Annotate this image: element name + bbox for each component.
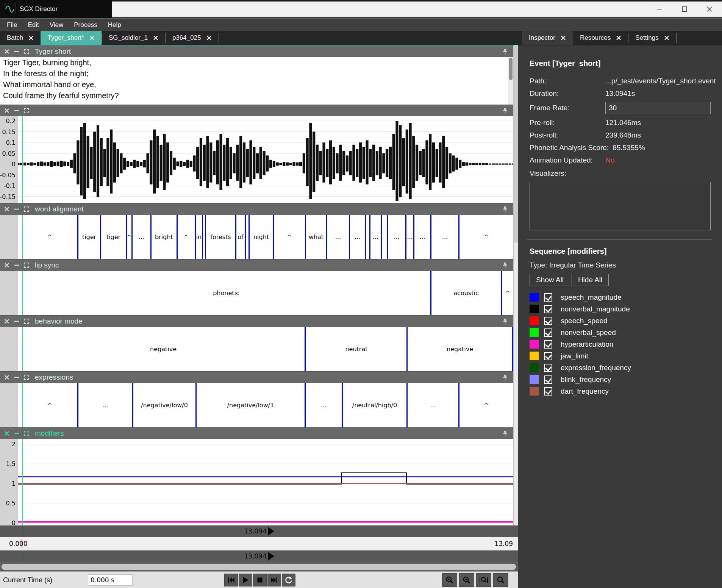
maximize-button[interactable] xyxy=(672,2,697,17)
segment[interactable]: ^ xyxy=(458,383,513,427)
slider-handle-icon[interactable] xyxy=(268,552,274,560)
segment[interactable]: tiger xyxy=(100,215,126,259)
loop-button[interactable] xyxy=(282,574,295,586)
segment[interactable]: tiger xyxy=(77,215,100,259)
menu-item-view[interactable]: View xyxy=(44,19,69,31)
segment[interactable]: ... xyxy=(406,383,458,427)
behavior-mode-panel-track[interactable]: negativeneutralnegative xyxy=(18,327,513,371)
segment[interactable]: ^ xyxy=(501,271,513,315)
tab-batch[interactable]: Batch xyxy=(0,31,41,45)
segment[interactable]: /neutral/high/0 xyxy=(342,383,406,427)
close-panel-icon[interactable] xyxy=(4,206,10,212)
color-swatch[interactable] xyxy=(530,328,539,337)
tab-inspector[interactable]: Inspector xyxy=(522,31,573,45)
segment[interactable]: negative xyxy=(22,327,305,371)
close-button[interactable] xyxy=(697,2,722,17)
series-checkbox[interactable] xyxy=(544,293,552,302)
color-swatch[interactable] xyxy=(530,352,539,360)
menu-item-edit[interactable]: Edit xyxy=(22,19,44,31)
playhead-line[interactable] xyxy=(22,439,23,525)
segment[interactable]: /negative/low/0 xyxy=(132,383,195,427)
series-checkbox[interactable] xyxy=(544,340,552,349)
series-checkbox[interactable] xyxy=(544,317,552,325)
segment[interactable]: ^ xyxy=(22,215,77,259)
frame-rate-input[interactable]: 30 xyxy=(605,102,711,114)
segment[interactable]: ... xyxy=(405,215,413,259)
color-swatch[interactable] xyxy=(530,340,539,349)
pin-icon[interactable] xyxy=(502,206,508,214)
transcript-scrollbar[interactable] xyxy=(508,57,513,105)
series-checkbox[interactable] xyxy=(544,352,552,360)
maximize-panel-icon[interactable] xyxy=(23,48,30,55)
segment[interactable]: ^ xyxy=(177,215,195,259)
segment[interactable]: ... xyxy=(413,215,430,259)
series-checkbox[interactable] xyxy=(544,375,552,384)
modifiers-plot[interactable] xyxy=(18,439,513,525)
zoom-out-button[interactable] xyxy=(459,573,474,587)
minimize-panel-icon[interactable] xyxy=(14,374,20,380)
tab-close-icon[interactable] xyxy=(561,35,566,41)
close-panel-icon[interactable] xyxy=(4,48,10,55)
skip-end-button[interactable] xyxy=(267,574,281,586)
color-swatch[interactable] xyxy=(530,293,539,302)
zoom-selection-button[interactable] xyxy=(476,573,491,587)
segment[interactable] xyxy=(381,215,387,259)
tab-close-icon[interactable] xyxy=(28,35,34,41)
slider-handle-icon[interactable] xyxy=(268,527,274,535)
playhead-line[interactable] xyxy=(22,271,23,315)
maximize-panel-icon[interactable] xyxy=(23,262,30,268)
minimize-panel-icon[interactable] xyxy=(14,48,20,55)
minimize-button[interactable] xyxy=(647,2,672,17)
series-checkbox[interactable] xyxy=(544,364,552,372)
maximize-panel-icon[interactable] xyxy=(23,206,30,212)
menu-item-file[interactable]: File xyxy=(2,19,22,31)
segment[interactable] xyxy=(202,215,205,259)
segment[interactable] xyxy=(365,215,369,259)
close-panel-icon[interactable] xyxy=(4,262,10,268)
playhead-line[interactable] xyxy=(22,327,23,371)
playhead-line[interactable] xyxy=(22,215,23,259)
tab-settings[interactable]: Settings xyxy=(628,31,676,45)
transcript-scrollbar-thumb[interactable] xyxy=(509,58,513,80)
segment[interactable]: ... xyxy=(305,383,342,427)
minimize-panel-icon[interactable] xyxy=(14,430,20,436)
color-swatch[interactable] xyxy=(530,363,539,372)
tab-close-icon[interactable] xyxy=(664,35,669,41)
lip-sync-panel-track[interactable]: phoneticacoustic^ xyxy=(18,271,513,315)
tab-sg_soldier_1[interactable]: SG_soldier_1 xyxy=(102,31,165,45)
tab-close-icon[interactable] xyxy=(89,35,95,41)
segment[interactable]: night xyxy=(248,215,273,259)
current-time-input[interactable]: 0.000 s xyxy=(88,574,133,586)
close-panel-icon[interactable] xyxy=(4,108,10,114)
segment[interactable]: ^ xyxy=(126,215,131,259)
play-button[interactable] xyxy=(239,574,252,586)
segment[interactable]: ... xyxy=(131,215,150,259)
color-swatch[interactable] xyxy=(530,305,539,313)
hide-all-button[interactable]: Hide All xyxy=(572,274,609,286)
playhead-line[interactable] xyxy=(22,116,23,203)
segment[interactable]: /negative/low/1 xyxy=(195,383,305,427)
segment[interactable]: negative xyxy=(406,327,513,371)
pin-icon[interactable] xyxy=(502,108,508,116)
skip-start-button[interactable] xyxy=(224,574,238,586)
timeline-slider-bottom[interactable]: 13.094 xyxy=(0,550,518,562)
timeline-range-row[interactable]: 0.000 13.09 xyxy=(0,537,518,550)
series-checkbox[interactable] xyxy=(544,305,552,313)
tab-close-icon[interactable] xyxy=(206,35,212,41)
color-swatch[interactable] xyxy=(530,387,539,396)
segment[interactable]: ... xyxy=(349,215,365,259)
panels-scrollbar-thumb[interactable] xyxy=(514,46,518,243)
segment[interactable]: ... xyxy=(326,215,349,259)
minimize-panel-icon[interactable] xyxy=(14,206,20,212)
minimize-panel-icon[interactable] xyxy=(14,318,20,324)
tab-resources[interactable]: Resources xyxy=(573,31,628,45)
segment[interactable]: ^ xyxy=(22,383,77,427)
tab-p364_025[interactable]: p364_025 xyxy=(166,31,219,45)
timeline-slider-top[interactable]: 13.094 xyxy=(0,525,518,537)
playhead-line[interactable] xyxy=(22,383,23,427)
series-checkbox[interactable] xyxy=(544,328,552,337)
visualizers-list[interactable] xyxy=(530,182,711,230)
stop-button[interactable] xyxy=(253,574,267,586)
pin-icon[interactable] xyxy=(502,318,508,326)
panels-vertical-scrollbar[interactable] xyxy=(513,45,518,525)
